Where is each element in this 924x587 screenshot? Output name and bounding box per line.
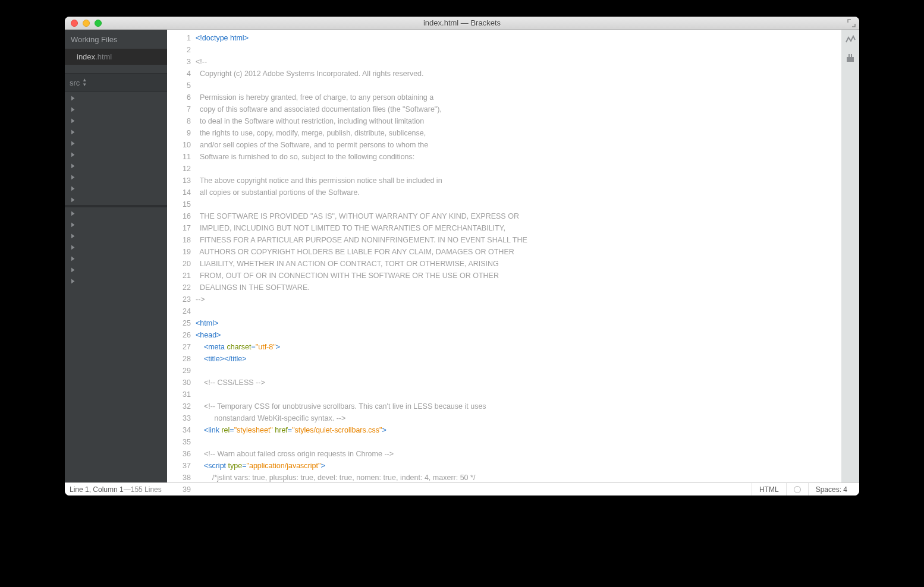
- tree-item[interactable]: ▶: [65, 264, 167, 275]
- code-line[interactable]: IMPLIED, INCLUDING BUT NOT LIMITED TO TH…: [196, 222, 841, 234]
- line-number: 28: [167, 353, 191, 365]
- line-number: 39: [167, 484, 191, 496]
- code-line[interactable]: <meta charset="utf-8">: [196, 341, 841, 353]
- tree-item[interactable]: ▶: [65, 126, 167, 137]
- titlebar[interactable]: index.html — Brackets: [65, 17, 859, 30]
- code-line[interactable]: the rights to use, copy, modify, merge, …: [196, 127, 841, 139]
- line-number: 23: [167, 294, 191, 305]
- line-number: 29: [167, 365, 191, 377]
- code-line[interactable]: [196, 305, 841, 317]
- code-line[interactable]: [196, 44, 841, 56]
- line-count: 155 Lines: [131, 485, 162, 494]
- tree-item[interactable]: ▶: [65, 171, 167, 182]
- code-line[interactable]: FROM, OUT OF OR IN CONNECTION WITH THE S…: [196, 270, 841, 282]
- line-number: 33: [167, 412, 191, 424]
- file-tree[interactable]: ▶▶▶▶▶▶▶▶▶▶▶▶▶▶▶▶▶: [65, 92, 167, 482]
- code-area[interactable]: <!doctype html> <!-- Copyright (c) 2012 …: [196, 30, 841, 482]
- code-line[interactable]: LIABILITY, WHETHER IN AN ACTION OF CONTR…: [196, 258, 841, 270]
- line-number: 14: [167, 187, 191, 198]
- code-line[interactable]: [196, 80, 841, 91]
- extension-manager-icon[interactable]: [845, 52, 856, 63]
- code-line[interactable]: DEALINGS IN THE SOFTWARE.: [196, 282, 841, 294]
- code-line[interactable]: <script type="application/javascript">: [196, 460, 841, 472]
- code-line[interactable]: -->: [196, 294, 841, 305]
- code-line[interactable]: nonstandard WebKit-specific syntax. -->: [196, 412, 841, 424]
- code-line[interactable]: <!-- Warn about failed cross origin requ…: [196, 448, 841, 460]
- code-line[interactable]: /*jslint vars: true, plusplus: true, dev…: [196, 472, 841, 482]
- code-line[interactable]: <!--: [196, 56, 841, 68]
- line-number: 22: [167, 282, 191, 294]
- inspection-status-icon[interactable]: [786, 483, 808, 496]
- code-line[interactable]: <head>: [196, 329, 841, 341]
- tree-item[interactable]: ▶: [65, 230, 167, 241]
- code-line[interactable]: <!-- Temporary CSS for unobtrusive scrol…: [196, 400, 841, 412]
- working-file-item[interactable]: index.html: [65, 49, 167, 65]
- disclosure-triangle-icon: ▶: [71, 266, 75, 273]
- working-file-ext: .html: [95, 52, 112, 61]
- code-line[interactable]: to deal in the Software without restrict…: [196, 115, 841, 127]
- tree-item[interactable]: ▶: [65, 115, 167, 126]
- tree-item[interactable]: ▶: [65, 137, 167, 149]
- code-line[interactable]: [196, 389, 841, 400]
- disclosure-triangle-icon: ▶: [71, 128, 75, 135]
- code-line[interactable]: and/or sell copies of the Software, and …: [196, 139, 841, 151]
- line-number: 21: [167, 270, 191, 282]
- line-number: 6: [167, 91, 191, 103]
- code-line[interactable]: The above copyright notice and this perm…: [196, 175, 841, 187]
- code-line[interactable]: all copies or substantial portions of th…: [196, 187, 841, 198]
- code-line[interactable]: <!-- CSS/LESS -->: [196, 377, 841, 389]
- code-line[interactable]: <link rel="stylesheet" href="styles/quie…: [196, 424, 841, 436]
- svg-rect-2: [851, 54, 852, 57]
- line-number: 15: [167, 198, 191, 210]
- sidebar: Working Files index.html src ▲▼ ▶▶▶▶▶▶▶▶…: [65, 30, 167, 482]
- code-line[interactable]: AUTHORS OR COPYRIGHT HOLDERS BE LIABLE F…: [196, 246, 841, 258]
- fullscreen-icon[interactable]: [847, 19, 856, 27]
- tree-item[interactable]: ▶: [65, 241, 167, 253]
- working-files-header[interactable]: Working Files: [65, 30, 167, 49]
- disclosure-triangle-icon: ▶: [71, 196, 75, 203]
- tree-item[interactable]: ▶: [65, 207, 167, 219]
- window-frame: index.html — Brackets Working Files inde…: [65, 17, 859, 496]
- code-line[interactable]: Copyright (c) 2012 Adobe Systems Incorpo…: [196, 68, 841, 80]
- tree-item[interactable]: ▶: [65, 219, 167, 230]
- line-number: 1: [167, 32, 191, 44]
- code-line[interactable]: Permission is hereby granted, free of ch…: [196, 91, 841, 103]
- code-line[interactable]: Software is furnished to do so, subject …: [196, 151, 841, 163]
- indent-setting[interactable]: Spaces: 4: [808, 483, 854, 496]
- line-number: 7: [167, 103, 191, 115]
- tree-item[interactable]: ▶: [65, 253, 167, 264]
- tree-item[interactable]: ▶: [65, 182, 167, 194]
- code-line[interactable]: THE SOFTWARE IS PROVIDED "AS IS", WITHOU…: [196, 210, 841, 222]
- line-number: 26: [167, 329, 191, 341]
- line-number: 12: [167, 163, 191, 175]
- line-number: 9: [167, 127, 191, 139]
- tree-item[interactable]: ▶: [65, 194, 167, 205]
- right-toolbar: [841, 30, 859, 482]
- code-line[interactable]: <!doctype html>: [196, 32, 841, 44]
- disclosure-triangle-icon: ▶: [71, 162, 75, 169]
- project-root[interactable]: src ▲▼: [65, 73, 167, 92]
- code-line[interactable]: FITNESS FOR A PARTICULAR PURPOSE AND NON…: [196, 234, 841, 246]
- language-mode[interactable]: HTML: [752, 483, 786, 496]
- code-line[interactable]: [196, 436, 841, 448]
- live-preview-icon[interactable]: [845, 34, 856, 45]
- sort-icon: ▲▼: [82, 78, 87, 87]
- line-number: 38: [167, 472, 191, 484]
- tree-item[interactable]: ▶: [65, 160, 167, 171]
- code-line[interactable]: [196, 365, 841, 377]
- line-number: 30: [167, 377, 191, 389]
- cursor-position[interactable]: Line 1, Column 1: [70, 485, 124, 494]
- code-line[interactable]: <title></title>: [196, 353, 841, 365]
- tree-item[interactable]: ▶: [65, 92, 167, 103]
- line-number: 5: [167, 80, 191, 91]
- code-line[interactable]: [196, 198, 841, 210]
- tree-item[interactable]: ▶: [65, 275, 167, 286]
- code-line[interactable]: [196, 163, 841, 175]
- code-line[interactable]: copy of this software and associated doc…: [196, 103, 841, 115]
- tree-item[interactable]: ▶: [65, 149, 167, 160]
- editor[interactable]: 1234567891011121314151617181920212223242…: [167, 30, 841, 482]
- tree-item[interactable]: ▶: [65, 103, 167, 115]
- disclosure-triangle-icon: ▶: [71, 232, 75, 239]
- code-line[interactable]: <html>: [196, 317, 841, 329]
- line-number: 17: [167, 222, 191, 234]
